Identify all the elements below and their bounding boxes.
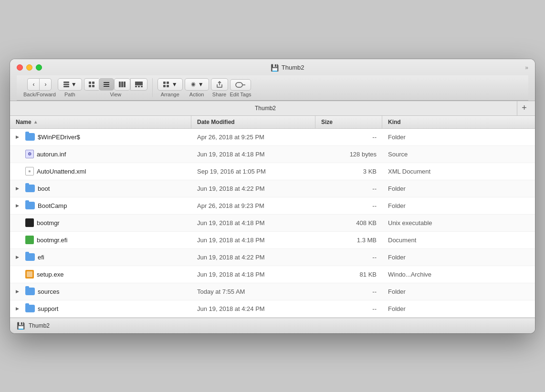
- col-header-kind[interactable]: Kind: [382, 116, 535, 128]
- svg-rect-10: [119, 82, 121, 87]
- view-icon-button[interactable]: [84, 78, 99, 91]
- file-name-cell: bootmgr.efi: [10, 234, 191, 246]
- file-icon: [25, 133, 35, 141]
- table-row[interactable]: ▶sourcesToday at 7:55 AM--Folder: [10, 283, 535, 300]
- svg-rect-9: [104, 86, 109, 87]
- edit-tags-icon: [235, 82, 246, 88]
- expand-arrow-icon[interactable]: ▶: [16, 203, 22, 208]
- edit-tags-label: Edit Tags: [230, 92, 252, 97]
- svg-rect-5: [89, 85, 91, 87]
- col-header-date[interactable]: Date Modified: [191, 116, 315, 128]
- view-list-button[interactable]: [99, 78, 114, 91]
- file-kind-cell: Windo...Archive: [382, 269, 535, 280]
- action-label: Action: [189, 92, 204, 97]
- file-name-cell: ▶BootCamp: [10, 200, 191, 211]
- table-row[interactable]: bootmgr.efiJun 19, 2018 at 4:18 PM1.3 MB…: [10, 232, 535, 249]
- table-row[interactable]: setup.exeJun 19, 2018 at 4:18 PM81 KBWin…: [10, 266, 535, 283]
- file-name-text: support: [38, 305, 58, 312]
- file-name-text: boot: [38, 185, 50, 192]
- file-name-text: autorun.inf: [37, 151, 66, 158]
- file-icon: [25, 202, 35, 209]
- icon-view-icon: [88, 81, 95, 88]
- view-column-button[interactable]: [114, 78, 130, 91]
- action-button[interactable]: ▼: [185, 78, 209, 91]
- file-icon: ⚙: [25, 150, 34, 158]
- close-button[interactable]: [17, 64, 23, 71]
- share-button[interactable]: [211, 78, 228, 91]
- file-size-cell: --: [315, 183, 382, 194]
- tab-thumb2[interactable]: Thumb2: [14, 101, 517, 115]
- tab-title: Thumb2: [255, 105, 276, 112]
- title-bar: 💾 Thumb2 » ‹ › Back/Forward: [10, 59, 535, 101]
- file-size-cell: --: [315, 286, 382, 297]
- path-group: ▼ Path: [58, 78, 82, 97]
- table-row[interactable]: ▶BootCampApr 26, 2018 at 9:23 PM--Folder: [10, 197, 535, 215]
- table-row[interactable]: ▶efiJun 19, 2018 at 4:22 PM--Folder: [10, 249, 535, 266]
- file-icon: [25, 253, 35, 261]
- expand-arrow-icon[interactable]: ▶: [16, 306, 22, 311]
- toolbar-separator-1: [152, 78, 153, 97]
- svg-rect-8: [104, 84, 109, 85]
- table-row[interactable]: ▶supportJun 19, 2018 at 4:24 PM--Folder: [10, 300, 535, 318]
- back-button[interactable]: ‹: [27, 78, 39, 91]
- file-size-cell: --: [315, 303, 382, 314]
- file-kind-cell: Folder: [382, 286, 535, 297]
- edit-tags-button[interactable]: [230, 79, 251, 91]
- view-gallery-button[interactable]: [130, 78, 147, 91]
- file-icon: [25, 305, 35, 312]
- expand-arrow-icon[interactable]: ▶: [16, 186, 22, 191]
- col-header-size[interactable]: Size: [315, 116, 382, 128]
- col-header-name[interactable]: Name ▲: [10, 116, 191, 128]
- maximize-button[interactable]: [36, 64, 42, 71]
- tab-bar: Thumb2 +: [10, 101, 535, 116]
- file-name-cell: ▶$WinPEDriver$: [10, 131, 191, 143]
- file-name-text: BootCamp: [38, 202, 67, 209]
- file-name-text: setup.exe: [37, 271, 63, 278]
- overflow-chevron[interactable]: »: [525, 64, 528, 71]
- share-group: Share: [211, 78, 228, 97]
- toolbar: ‹ › Back/Forward ▼ P: [17, 75, 528, 101]
- forward-button[interactable]: ›: [39, 78, 52, 91]
- file-size-cell: 128 bytes: [315, 149, 382, 160]
- expand-arrow-icon[interactable]: ▶: [16, 134, 22, 139]
- file-name-cell: ▶sources: [10, 286, 191, 297]
- file-size-cell: 81 KB: [315, 269, 382, 280]
- expand-arrow-icon[interactable]: ▶: [16, 289, 22, 294]
- file-kind-cell: XML Document: [382, 166, 535, 177]
- svg-rect-18: [167, 82, 169, 84]
- file-size-cell: 1.3 MB: [315, 235, 382, 246]
- svg-rect-12: [124, 82, 126, 87]
- add-tab-button[interactable]: +: [517, 101, 531, 115]
- file-date-cell: Jun 19, 2018 at 4:22 PM: [191, 183, 315, 194]
- column-view-icon: [118, 81, 126, 88]
- svg-rect-11: [121, 82, 123, 87]
- minimize-button[interactable]: [26, 64, 32, 71]
- col-name-label: Name: [16, 119, 31, 125]
- arrange-button[interactable]: ▼: [157, 78, 183, 91]
- file-date-cell: Jun 19, 2018 at 4:18 PM: [191, 149, 315, 160]
- expand-arrow-icon[interactable]: ▶: [16, 255, 22, 259]
- table-row[interactable]: ≡AutoUnattend.xmlSep 19, 2016 at 1:05 PM…: [10, 163, 535, 180]
- file-kind-cell: Folder: [382, 132, 535, 143]
- file-date-cell: Jun 19, 2018 at 4:18 PM: [191, 269, 315, 280]
- window-drive-icon: 💾: [271, 64, 279, 72]
- table-row[interactable]: ⚙autorun.infJun 19, 2018 at 4:18 PM128 b…: [10, 146, 535, 163]
- svg-rect-17: [163, 82, 166, 84]
- file-icon: [25, 270, 34, 279]
- file-date-cell: Jun 19, 2018 at 4:18 PM: [191, 235, 315, 246]
- path-button[interactable]: ▼: [58, 78, 82, 91]
- svg-rect-14: [135, 86, 137, 87]
- file-icon: [25, 185, 35, 192]
- table-row[interactable]: ▶$WinPEDriver$Apr 26, 2018 at 9:25 PM--F…: [10, 129, 535, 146]
- finder-window: 💾 Thumb2 » ‹ › Back/Forward: [10, 59, 535, 333]
- file-kind-cell: Document: [382, 235, 535, 246]
- path-label: Path: [64, 92, 75, 97]
- svg-rect-16: [141, 86, 143, 87]
- table-row[interactable]: bootmgrJun 19, 2018 at 4:18 PM408 KBUnix…: [10, 215, 535, 232]
- svg-rect-2: [63, 86, 69, 87]
- traffic-lights: [17, 64, 42, 71]
- table-row[interactable]: ▶bootJun 19, 2018 at 4:22 PM--Folder: [10, 180, 535, 197]
- file-date-cell: Apr 26, 2018 at 9:25 PM: [191, 132, 315, 143]
- file-kind-cell: Folder: [382, 303, 535, 314]
- status-label: Thumb2: [29, 322, 50, 329]
